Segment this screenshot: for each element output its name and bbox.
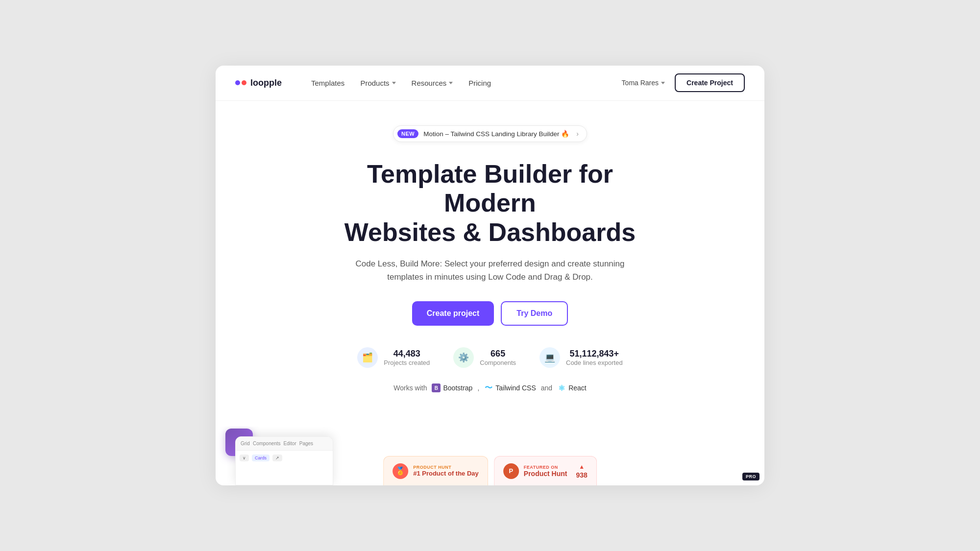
stat-icon-components: ⚙️	[453, 347, 474, 368]
create-project-nav-button[interactable]: Create Project	[675, 73, 745, 92]
preview-action-icon: ↗	[272, 455, 282, 461]
nav-templates[interactable]: Templates	[311, 79, 344, 87]
bottom-preview-area: B Grid Components Editor Pages ∨ Cards ↗…	[216, 427, 764, 485]
create-project-button[interactable]: Create project	[412, 301, 494, 326]
preview-tab-grid: Grid	[241, 441, 250, 446]
bootstrap-icon: B	[432, 383, 441, 392]
ph-badge-text-2: FEATURED ON Product Hunt	[524, 465, 567, 478]
stat-text-projects: 44,483 Projects created	[384, 349, 430, 366]
upvote-icon: ▲	[579, 463, 585, 470]
user-chevron-icon	[661, 82, 665, 84]
chevron-down-icon	[392, 82, 396, 84]
hero-subtitle: Code Less, Build More: Select your prefe…	[348, 257, 632, 284]
tech-bootstrap: B Bootstrap	[432, 383, 472, 392]
preview-tab-pages: Pages	[299, 441, 313, 446]
cta-buttons: Create project Try Demo	[412, 301, 568, 326]
hero-title: Template Builder for Modern Websites & D…	[318, 160, 662, 247]
stat-text-code: 51,112,843+ Code lines exported	[566, 349, 623, 366]
chevron-down-icon	[449, 82, 453, 84]
stats-row: 🗂️ 44,483 Projects created ⚙️ 665 Compon…	[357, 347, 622, 368]
producthunt-icon: P	[503, 463, 519, 479]
ph-badge-text-1: PRODUCT HUNT #1 Product of the Day	[413, 465, 479, 477]
react-icon: ⚛	[557, 383, 566, 392]
preview-cards-tag: Cards	[252, 455, 270, 461]
nav-products[interactable]: Products	[360, 79, 395, 87]
preview-tab-components: Components	[253, 441, 281, 446]
nav-right: Toma Rares Create Project	[622, 73, 745, 92]
announcement-text: Motion – Tailwind CSS Landing Library Bu…	[423, 130, 569, 138]
ph-badge-product-of-day: 🏅 PRODUCT HUNT #1 Product of the Day	[383, 456, 488, 485]
tech-tailwind: 〜 Tailwind CSS	[484, 383, 536, 392]
logo-dot-purple	[235, 80, 240, 85]
tailwind-icon: 〜	[484, 383, 493, 392]
corner-badge: PRO	[742, 473, 760, 480]
preview-expand-icon: ∨	[240, 455, 249, 461]
stat-icon-projects: 🗂️	[357, 347, 378, 368]
ph-vote-count: ▲ 938	[576, 463, 587, 479]
preview-tab-editor: Editor	[284, 441, 296, 446]
works-with: Works with B Bootstrap , 〜 Tailwind CSS …	[393, 383, 586, 392]
medal-icon: 🏅	[392, 463, 408, 479]
nav-resources[interactable]: Resources	[412, 79, 453, 87]
logo-text: loopple	[250, 78, 282, 88]
page-container: loopple Templates Products Resources Pri…	[216, 66, 764, 486]
stat-icon-code: 💻	[539, 347, 560, 368]
tech-react: ⚛ React	[557, 383, 587, 392]
badges-area: 🏅 PRODUCT HUNT #1 Product of the Day P F…	[383, 456, 597, 485]
try-demo-button[interactable]: Try Demo	[501, 301, 568, 326]
stat-projects: 🗂️ 44,483 Projects created	[357, 347, 430, 368]
stat-text-components: 665 Components	[480, 349, 516, 366]
nav-pricing[interactable]: Pricing	[468, 79, 491, 87]
new-badge: NEW	[397, 129, 418, 138]
ui-preview-header: Grid Components Editor Pages	[236, 437, 333, 451]
stat-components: ⚙️ 665 Components	[453, 347, 516, 368]
stat-code-lines: 💻 51,112,843+ Code lines exported	[539, 347, 623, 368]
ui-preview-panel: Grid Components Editor Pages ∨ Cards ↗	[235, 436, 333, 485]
announcement-bar[interactable]: NEW Motion – Tailwind CSS Landing Librar…	[393, 125, 587, 142]
hero-section: NEW Motion – Tailwind CSS Landing Librar…	[216, 101, 764, 427]
logo-dots	[235, 80, 246, 85]
logo[interactable]: loopple	[235, 78, 282, 88]
nav-links: Templates Products Resources Pricing	[311, 79, 622, 87]
ui-preview-body: ∨ Cards ↗	[236, 451, 333, 465]
logo-dot-red	[242, 80, 246, 85]
navbar: loopple Templates Products Resources Pri…	[216, 66, 764, 101]
user-menu[interactable]: Toma Rares	[622, 79, 665, 87]
ph-badge-featured: P FEATURED ON Product Hunt ▲ 938	[494, 456, 597, 485]
announcement-arrow-icon: ›	[576, 130, 579, 138]
